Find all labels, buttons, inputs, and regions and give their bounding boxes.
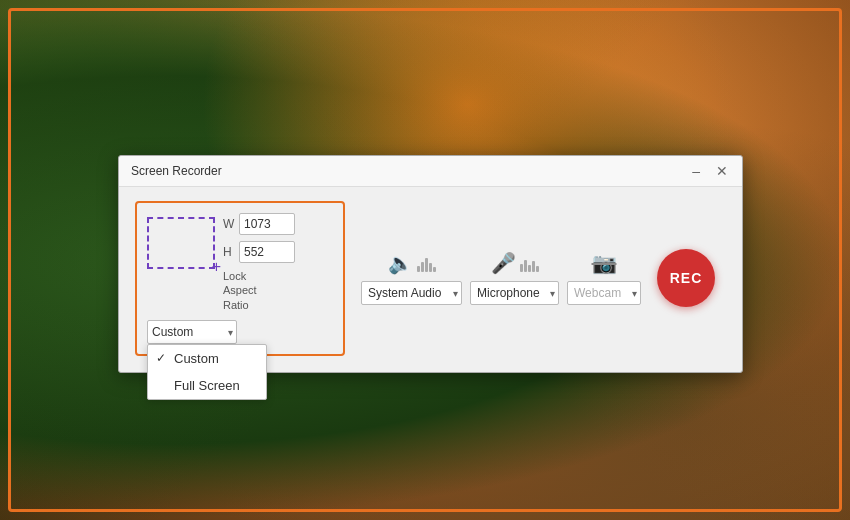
close-button[interactable]: ✕ [714, 164, 730, 178]
mode-dropdown-wrapper: Custom Full Screen Custom Full Screen [147, 320, 237, 344]
dropdown-item-custom[interactable]: Custom [148, 345, 266, 372]
height-input[interactable] [239, 241, 295, 263]
microphone-select-wrapper: Microphone None [470, 281, 559, 305]
dialog-title: Screen Recorder [131, 164, 222, 178]
webcam-select-wrapper: Webcam None [567, 281, 641, 305]
height-row: H [223, 241, 295, 263]
webcam-icon: 📷 [592, 251, 617, 275]
system-audio-select[interactable]: System Audio None [361, 281, 462, 305]
bar5 [433, 267, 436, 272]
screen-recorder-dialog: Screen Recorder – ✕ W H [118, 155, 743, 373]
width-row: W [223, 213, 295, 235]
bar4 [532, 261, 535, 272]
dialog-controls: – ✕ [690, 164, 730, 178]
microphone-bars [520, 254, 539, 272]
bar3 [528, 265, 531, 272]
bar2 [421, 262, 424, 272]
width-input[interactable] [239, 213, 295, 235]
rec-button[interactable]: REC [657, 249, 715, 307]
microphone-icon: 🎤 [491, 251, 516, 275]
mode-select-wrapper: Custom Full Screen [147, 320, 237, 344]
av-controls: 🔈 System Audio None [361, 249, 726, 307]
bar3 [425, 258, 428, 272]
minimize-button[interactable]: – [690, 164, 702, 178]
dimensions-panel: W H Lock Aspect Ratio [223, 213, 295, 312]
system-audio-bars [417, 254, 436, 272]
microphone-group: 🎤 Microphone None [470, 251, 559, 305]
system-audio-select-wrapper: System Audio None [361, 281, 462, 305]
dropdown-item-fullscreen[interactable]: Full Screen [148, 372, 266, 399]
bar1 [520, 264, 523, 272]
lock-aspect-label: Lock Aspect Ratio [223, 269, 278, 312]
system-audio-group: 🔈 System Audio None [361, 251, 462, 305]
height-label: H [223, 245, 235, 259]
microphone-select[interactable]: Microphone None [470, 281, 559, 305]
bar1 [417, 266, 420, 272]
webcam-select[interactable]: Webcam None [567, 281, 641, 305]
capture-area-inner: W H Lock Aspect Ratio [147, 213, 333, 312]
width-label: W [223, 217, 235, 231]
bar4 [429, 263, 432, 272]
rec-label: REC [670, 270, 703, 286]
dialog-titlebar: Screen Recorder – ✕ [119, 156, 742, 187]
webcam-group: 📷 Webcam None [567, 251, 641, 305]
mode-dropdown-menu: Custom Full Screen [147, 344, 267, 400]
mode-select[interactable]: Custom Full Screen [147, 320, 237, 344]
microphone-icon-row: 🎤 [491, 251, 539, 275]
webcam-icon-row: 📷 [592, 251, 617, 275]
capture-selection-rect[interactable] [147, 217, 215, 269]
system-audio-icon-row: 🔈 [388, 251, 436, 275]
bar2 [524, 260, 527, 272]
capture-bottom: Custom Full Screen Custom Full Screen [147, 320, 333, 344]
dialog-body: W H Lock Aspect Ratio Custom [119, 187, 742, 372]
capture-area-panel: W H Lock Aspect Ratio Custom [135, 201, 345, 356]
speaker-icon: 🔈 [388, 251, 413, 275]
bar5 [536, 266, 539, 272]
